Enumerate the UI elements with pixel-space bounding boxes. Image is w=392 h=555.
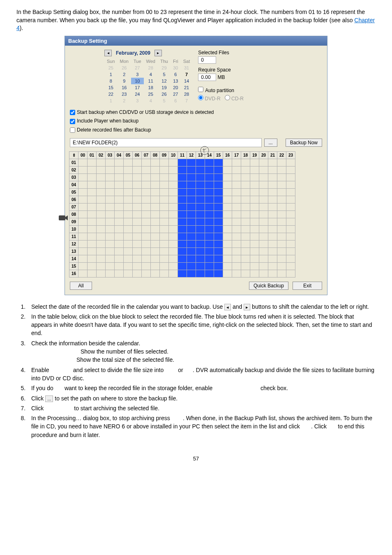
cd-r-radio[interactable] — [225, 95, 230, 100]
right-arrow-button[interactable]: ▸ — [244, 304, 250, 310]
selected-files-label: Selected Files — [198, 50, 322, 56]
calendar-month-label: February, 2009 — [116, 50, 150, 56]
include-player-checkbox[interactable] — [70, 119, 75, 124]
intro-text: In the Backup Setting dialog box, the nu… — [16, 8, 376, 32]
svg-point-0 — [201, 146, 209, 155]
delete-files-checkbox[interactable] — [70, 127, 75, 133]
calendar: ◂ February, 2009 ▸ SunMonTueWedThuFriSat… — [104, 50, 192, 104]
step-5: If you do want to keep the recorded file… — [27, 384, 376, 392]
page-number: 57 — [16, 456, 376, 462]
quick-backup-button[interactable]: Quick Backup — [249, 282, 288, 290]
step-8: In the Processing… dialog box, to stop a… — [27, 414, 376, 439]
step-4: Enable and select to divide the file siz… — [27, 366, 376, 383]
path-input[interactable] — [70, 138, 262, 147]
backup-setting-dialog: Backup Setting ◂ February, 2009 ▸ SunMon… — [65, 36, 327, 295]
dialog-title: Backup Setting — [65, 36, 327, 46]
time-camera-grid[interactable]: ⇕000102030405060708091011121314151617181… — [69, 151, 295, 278]
exit-button[interactable]: Exit — [293, 282, 322, 290]
backup-now-button[interactable]: Backup Now — [286, 139, 322, 147]
instruction-list: Select the date of the recorded file in … — [27, 303, 376, 439]
step-3: Check the information beside the calenda… — [27, 339, 376, 364]
selected-files-value: 0 — [198, 56, 216, 64]
left-arrow-button[interactable]: ◂ — [224, 304, 231, 310]
browse-button[interactable]: ... — [264, 139, 277, 147]
require-space-label: Require Space — [198, 67, 322, 73]
step-6: Click ... to set the path on where to st… — [27, 394, 376, 402]
step-2: In the table below, click on the blue bl… — [27, 312, 376, 338]
start-backup-checkbox[interactable] — [70, 110, 75, 115]
calendar-prev-button[interactable]: ◂ — [104, 50, 112, 56]
dvd-r-radio[interactable] — [198, 95, 203, 100]
hand-cursor-icon — [200, 146, 210, 155]
step-1: Select the date of the recorded file in … — [27, 303, 376, 311]
calendar-grid[interactable]: SunMonTueWedThuFriSat2526272829303112345… — [104, 58, 192, 104]
all-button[interactable]: All — [70, 282, 92, 290]
browse-inline-button[interactable]: ... — [45, 395, 53, 402]
camera-icon — [58, 214, 69, 222]
auto-partition-checkbox[interactable] — [198, 87, 203, 92]
svg-rect-1 — [59, 215, 65, 220]
step-7: Click to start archiving the selected fi… — [27, 404, 376, 412]
require-space-value: 0.00 — [198, 74, 216, 81]
calendar-next-button[interactable]: ▸ — [154, 50, 162, 56]
